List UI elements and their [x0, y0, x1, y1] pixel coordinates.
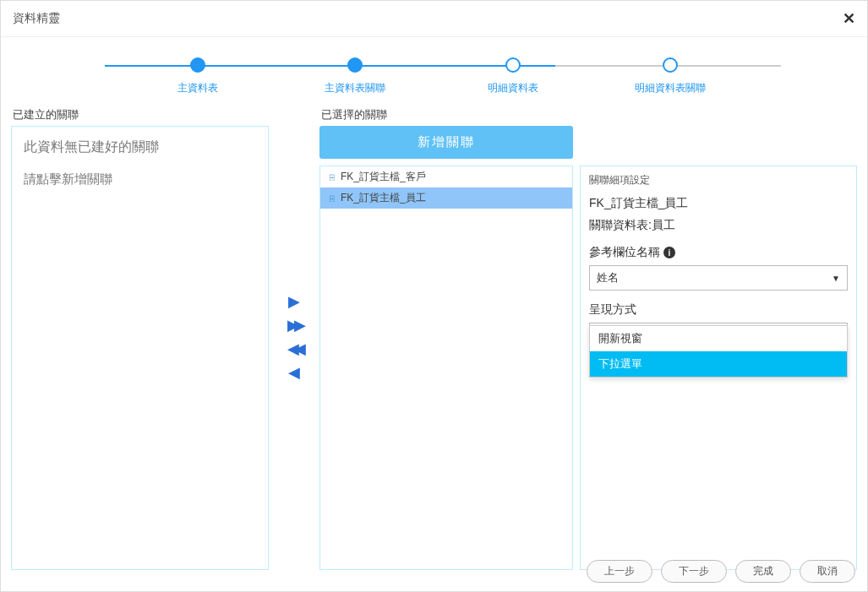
cancel-button[interactable]: 取消 [800, 560, 855, 583]
step-circle-icon [347, 57, 363, 73]
titlebar: 資料精靈 ✕ [1, 1, 867, 37]
step-label: 主資料表 [119, 81, 276, 95]
step-label: 明細資料表 [434, 81, 592, 95]
detail-panel-title: 關聯細項設定 [589, 173, 848, 187]
move-all-right-icon[interactable]: ▶▶ [287, 318, 301, 333]
stepper: 主資料表 主資料表關聯 明細資料表 明細資料表關聯 [1, 37, 867, 104]
dialog-footer: 上一步 下一步 完成 取消 [587, 560, 855, 583]
add-button-wrap: 新增關聯 [319, 126, 857, 166]
transfer-controls: ▶ ▶▶ ◀◀ ◀ [277, 104, 311, 570]
chevron-down-icon: ▼ [832, 274, 840, 283]
wizard-dialog: 資料精靈 ✕ 主資料表 主資料表關聯 明細資料表 明細資料表關聯 已建立的關聯 [0, 0, 868, 592]
empty-state: 此資料無已建好的關聯 請點擊新增關聯 [12, 127, 268, 199]
list-item[interactable]: ⍈ FK_訂貨主檔_客戶 [320, 166, 572, 187]
detail-related-table: 關聯資料表:員工 [589, 218, 848, 233]
right-column: 已選擇的關聯 新增關聯 ⍈ FK_訂貨主檔_客戶 ⍈ FK_訂貨主檔_員工 [319, 104, 857, 570]
list-item[interactable]: ⍈ FK_訂貨主檔_員工 [320, 187, 572, 209]
selected-relations-list: ⍈ FK_訂貨主檔_客戶 ⍈ FK_訂貨主檔_員工 [319, 166, 573, 570]
existing-relations-panel: 此資料無已建好的關聯 請點擊新增關聯 [11, 126, 269, 570]
ref-field-value: 姓名 [597, 270, 619, 285]
list-item-label: FK_訂貨主檔_客戶 [341, 170, 426, 184]
left-column: 已建立的關聯 此資料無已建好的關聯 請點擊新增關聯 [11, 104, 269, 570]
display-mode-label-text: 呈現方式 [589, 302, 636, 318]
step-detail-table[interactable]: 明細資料表 [434, 57, 592, 95]
relation-detail-panel: 關聯細項設定 FK_訂貨主檔_員工 關聯資料表:員工 參考欄位名稱 i 姓名 ▼ [580, 166, 857, 570]
empty-line1: 此資料無已建好的關聯 [24, 138, 256, 156]
step-detail-relation[interactable]: 明細資料表關聯 [592, 57, 749, 95]
step-circle-icon [190, 57, 205, 73]
next-button[interactable]: 下一步 [661, 560, 727, 583]
close-icon[interactable]: ✕ [843, 9, 855, 28]
move-right-icon[interactable]: ▶ [288, 294, 300, 309]
step-circle-icon [663, 57, 678, 73]
step-main-relation[interactable]: 主資料表關聯 [276, 57, 434, 95]
step-main-table[interactable]: 主資料表 [119, 57, 276, 95]
dropdown-option-dropdown[interactable]: 下拉選單 [590, 351, 847, 377]
ref-field-select[interactable]: 姓名 ▼ [589, 265, 848, 291]
step-circle-icon [505, 57, 521, 73]
left-header: 已建立的關聯 [11, 104, 269, 126]
display-mode-label: 呈現方式 [589, 302, 848, 318]
fk-icon: ⍈ [325, 172, 337, 182]
right-split: ⍈ FK_訂貨主檔_客戶 ⍈ FK_訂貨主檔_員工 關聯細項設定 FK_訂貨主檔… [319, 166, 857, 570]
display-mode-dropdown: 開新視窗 下拉選單 [589, 325, 848, 377]
info-icon[interactable]: i [663, 247, 675, 258]
ref-field-label-text: 參考欄位名稱 [589, 245, 660, 260]
empty-line2: 請點擊新增關聯 [24, 171, 256, 187]
right-inner: 新增關聯 ⍈ FK_訂貨主檔_客戶 ⍈ FK_訂貨主檔_員工 [319, 126, 857, 570]
add-relation-button[interactable]: 新增關聯 [319, 126, 573, 159]
dialog-body: 已建立的關聯 此資料無已建好的關聯 請點擊新增關聯 ▶ ▶▶ ◀◀ ◀ 已選擇的… [1, 104, 867, 570]
detail-fk-name: FK_訂貨主檔_員工 [589, 196, 848, 211]
ref-field-label: 參考欄位名稱 i [589, 245, 848, 260]
prev-button[interactable]: 上一步 [587, 560, 652, 583]
fk-icon: ⍈ [325, 193, 337, 204]
right-header: 已選擇的關聯 [319, 104, 857, 126]
move-left-icon[interactable]: ◀ [288, 365, 300, 380]
step-label: 主資料表關聯 [276, 81, 434, 95]
step-label: 明細資料表關聯 [592, 81, 749, 95]
dialog-title: 資料精靈 [13, 11, 60, 26]
finish-button[interactable]: 完成 [735, 560, 791, 583]
move-all-left-icon[interactable]: ◀◀ [287, 341, 301, 356]
list-item-label: FK_訂貨主檔_員工 [341, 191, 426, 205]
dropdown-option-new-window[interactable]: 開新視窗 [590, 326, 847, 351]
